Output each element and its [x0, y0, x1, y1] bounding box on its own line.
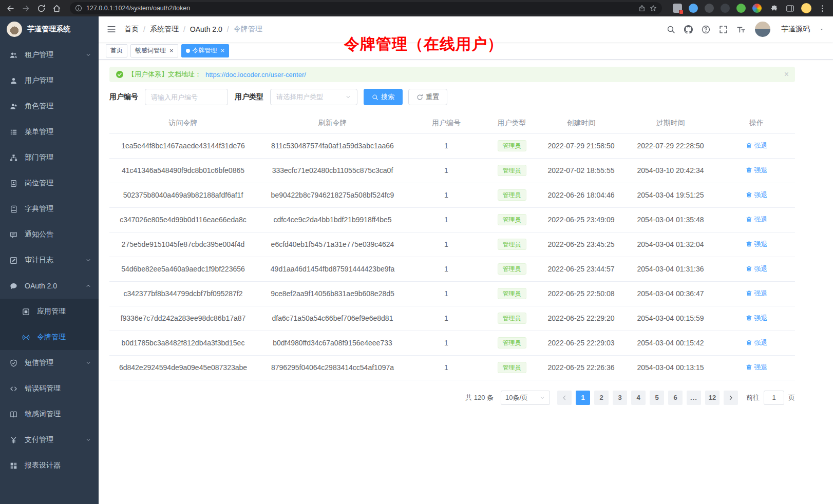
sidebar-item-sensitive[interactable]: 敏感词管理 [0, 401, 99, 427]
role-icon [10, 103, 17, 110]
cell-create-time: 2022-07-29 21:58:50 [539, 133, 623, 158]
page-button-5[interactable]: 5 [650, 391, 664, 405]
sidebar-item-errcode[interactable]: 错误码管理 [0, 376, 99, 401]
back-icon[interactable] [6, 4, 15, 13]
user-type-select[interactable]: 请选择用户类型 [270, 89, 357, 105]
sidebar-item-dept[interactable]: 部门管理 [0, 145, 99, 170]
force-logout-button[interactable]: 强退 [746, 314, 768, 323]
page-button-6[interactable]: 6 [668, 391, 683, 405]
table-row: 1ea5e44f8bc1467aaede43144f31de76811c5304… [109, 133, 795, 158]
goto-page-input[interactable] [764, 391, 784, 405]
extension-badged-icon[interactable] [673, 4, 682, 13]
github-icon[interactable] [684, 25, 693, 34]
share-icon[interactable] [638, 5, 646, 12]
alert-doc-link[interactable]: https://doc.iocoder.cn/user-center/ [205, 71, 306, 79]
pagination-total: 共 120 条 [465, 393, 494, 402]
sidebar-item-oauth2-token[interactable]: 令牌管理 [0, 324, 99, 350]
sidebar-item-audit[interactable]: 审计日志 [0, 247, 99, 273]
breadcrumb-item-oauth2[interactable]: OAuth 2.0 [190, 25, 222, 33]
user-caret-down-icon[interactable] [819, 26, 825, 32]
sidebar-item-pay[interactable]: 支付管理 [0, 427, 99, 453]
app-logo[interactable]: 芋道管理系统 [0, 16, 99, 42]
browser-menu-icon[interactable] [818, 4, 827, 13]
tab-home[interactable]: 首页 [106, 44, 127, 57]
fullscreen-icon[interactable] [719, 25, 728, 34]
tab-close-icon[interactable]: × [169, 47, 174, 54]
force-logout-button[interactable]: 强退 [746, 215, 768, 224]
extensions-puzzle-icon[interactable] [770, 4, 779, 13]
user-name[interactable]: 芋道源码 [781, 25, 810, 34]
extension-rainbow-icon[interactable] [752, 4, 762, 13]
bookmark-star-icon[interactable] [650, 5, 657, 12]
sidebar-item-dict[interactable]: 字典管理 [0, 196, 99, 222]
user-avatar[interactable] [755, 22, 770, 37]
address-bar[interactable]: 127.0.0.1:1024/system/oauth2/token [70, 2, 662, 14]
sidebar-item-oauth2-app[interactable]: 应用管理 [0, 299, 99, 324]
reset-button[interactable]: 重置 [408, 89, 447, 105]
page-button-2[interactable]: 2 [594, 391, 609, 405]
reload-icon[interactable] [37, 4, 46, 13]
force-logout-button[interactable]: 强退 [746, 264, 768, 274]
force-logout-label: 强退 [754, 141, 768, 150]
help-icon[interactable] [702, 25, 710, 34]
extension-badge [679, 10, 684, 14]
page-button-1[interactable]: 1 [576, 391, 590, 405]
forward-icon[interactable] [22, 4, 30, 13]
user-type-placeholder: 请选择用户类型 [276, 92, 323, 102]
search-icon[interactable] [667, 25, 675, 34]
site-info-icon[interactable] [75, 5, 82, 12]
sidebar-toggle-icon[interactable] [107, 25, 116, 34]
sidebar-item-oauth2[interactable]: OAuth 2.0 [0, 273, 99, 299]
search-button[interactable]: 搜索 [364, 89, 403, 105]
sidebar-item-report[interactable]: 报表设计器 [0, 453, 99, 478]
main-area: 首页 / 系统管理 / OAuth 2.0 / 令牌管理 芋道源码 首页敏感词管… [99, 16, 833, 504]
pagination-more-button[interactable]: ... [687, 391, 701, 405]
page-button-4[interactable]: 4 [631, 391, 646, 405]
force-logout-label: 强退 [754, 240, 768, 249]
prev-page-button[interactable] [557, 391, 572, 405]
extension-dark-1-icon[interactable] [705, 4, 714, 13]
sidebar-item-sms[interactable]: 短信管理 [0, 350, 99, 376]
app-title: 芋道管理系统 [27, 25, 70, 34]
force-logout-button[interactable]: 强退 [746, 289, 768, 298]
font-size-icon[interactable] [736, 25, 745, 34]
browser-profile-avatar[interactable] [801, 3, 811, 13]
extension-blue-icon[interactable] [689, 4, 698, 13]
tab-sensitive[interactable]: 敏感词管理× [130, 44, 178, 57]
sidebar-item-menu[interactable]: 菜单管理 [0, 119, 99, 145]
force-logout-button[interactable]: 强退 [746, 338, 768, 347]
sidebar-item-user[interactable]: 用户管理 [0, 68, 99, 93]
sidebar-item-post[interactable]: 岗位管理 [0, 170, 99, 196]
alert-close-icon[interactable]: × [784, 70, 789, 79]
cell-refresh-token: 49d1aa46d1454fbd87591444423be9fa [257, 257, 408, 281]
user-type-tag: 管理员 [498, 337, 526, 348]
breadcrumb-item-system[interactable]: 系统管理 [150, 25, 179, 34]
cell-user-id: 1 [408, 232, 484, 257]
page-size-select[interactable]: 10条/页 [501, 391, 550, 405]
page-button-3[interactable]: 3 [613, 391, 627, 405]
extension-green-icon[interactable] [736, 4, 746, 13]
force-logout-button[interactable]: 强退 [746, 240, 768, 249]
next-page-button[interactable] [724, 391, 738, 405]
force-logout-button[interactable]: 强退 [746, 190, 768, 200]
cell-access-token: 502375b8040a469a9b82188afdf6af1f [109, 183, 257, 207]
tab-close-icon[interactable]: × [221, 47, 225, 54]
sidebar-item-tenant[interactable]: 租户管理 [0, 42, 99, 68]
home-icon[interactable] [52, 4, 61, 13]
cell-create-time: 2022-06-25 23:45:25 [539, 232, 623, 257]
force-logout-button[interactable]: 强退 [746, 141, 768, 150]
cell-refresh-token: 9ce8ef2aa9f14056b831ae9b608e28d5 [257, 281, 408, 306]
side-panel-icon[interactable] [786, 4, 794, 13]
force-logout-button[interactable]: 强退 [746, 166, 768, 175]
sidebar-item-notice[interactable]: 通知公告 [0, 222, 99, 247]
delete-icon [746, 191, 752, 198]
page-button-12[interactable]: 12 [705, 391, 720, 405]
sidebar-item-label: 字典管理 [25, 204, 53, 214]
extension-dark-2-icon[interactable] [721, 4, 730, 13]
user-id-input[interactable] [145, 89, 228, 105]
sidebar-item-role[interactable]: 角色管理 [0, 93, 99, 119]
breadcrumb-item-home[interactable]: 首页 [124, 25, 139, 34]
tab-token[interactable]: 令牌管理× [181, 44, 230, 57]
force-logout-button[interactable]: 强退 [746, 363, 768, 372]
tab-active-dot [186, 49, 190, 53]
